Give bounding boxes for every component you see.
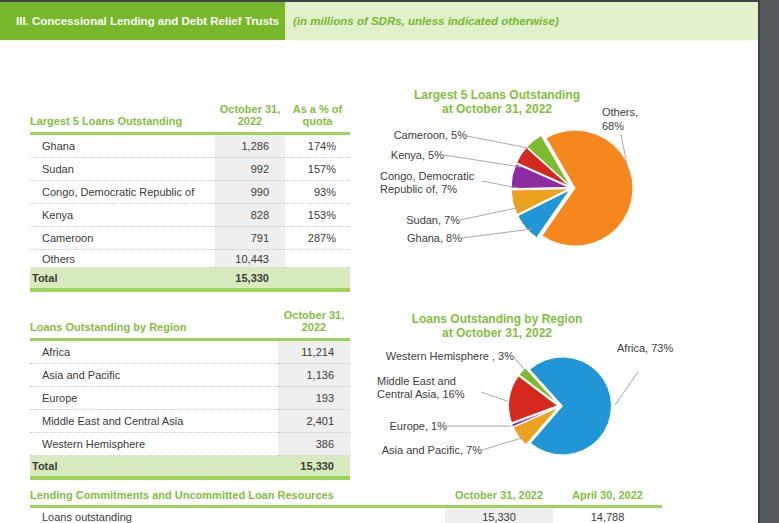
row-label: Africa — [30, 340, 278, 364]
largest-5-loans-pie-chart — [505, 121, 639, 255]
table-row: Asia and Pacific1,136 — [30, 364, 350, 387]
table-row: Europe193 — [30, 387, 350, 410]
row-value-oct: 15,330 — [445, 507, 553, 523]
pie-label-ghana: Ghana, 8% — [407, 232, 462, 245]
table-row: Others10,443 — [30, 250, 350, 268]
total-row: Total 15,330 — [30, 268, 350, 291]
row-value: 791 — [215, 227, 285, 250]
table-row: Western Hemisphere386 — [30, 433, 350, 456]
table-row: Cameroon791287% — [30, 227, 350, 250]
total-label: Total — [30, 268, 215, 291]
row-label: Western Hemisphere — [30, 433, 278, 456]
row-label: Others — [30, 250, 215, 268]
row-value: 1,286 — [215, 134, 285, 158]
column-header-quota: As a % of quota — [285, 88, 350, 134]
row-label: Cameroon — [30, 227, 215, 250]
row-label: Kenya — [30, 204, 215, 227]
pie-label-sudan: Sudan, 7% — [406, 214, 460, 227]
table-row: Congo, Democratic Republic of99093% — [30, 181, 350, 204]
table-row: Loans outstanding15,33014,788 — [30, 507, 662, 523]
row-value: 10,443 — [215, 250, 285, 268]
section-subtitle: (in millions of SDRs, unless indicated o… — [293, 15, 559, 27]
pie-label-western-hemisphere: Western Hemisphere , 3% — [386, 350, 514, 363]
report-page: III. Concessional Lending and Debt Relie… — [0, 0, 779, 523]
row-value: 2,401 — [278, 410, 350, 433]
table-title: Lending Commitments and Uncommitted Loan… — [30, 481, 445, 507]
pie-label-africa: Africa, 73% — [617, 341, 675, 355]
pie-label-asia-pacific: Asia and Pacific, 7% — [382, 444, 482, 457]
total-value: 15,330 — [215, 268, 285, 291]
section-title: III. Concessional Lending and Debt Relie… — [16, 15, 279, 27]
table-header-row: Loans Outstanding by Region October 31, … — [30, 303, 350, 340]
table-header-row: Largest 5 Loans Outstanding October 31, … — [30, 88, 350, 134]
row-value: 386 — [278, 433, 350, 456]
table-row: Sudan992157% — [30, 158, 350, 181]
section-subtitle-bar: (in millions of SDRs, unless indicated o… — [285, 2, 758, 40]
chart1-title: Largest 5 Loans Outstanding at October 3… — [372, 88, 622, 116]
column-header-date: October 31, 2022 — [278, 303, 350, 340]
pie-label-congo: Congo, Democratic Republic of, 7% — [380, 170, 488, 196]
row-value: 11,214 — [278, 340, 350, 364]
row-quota: 157% — [285, 158, 350, 181]
row-label: Congo, Democratic Republic of — [30, 181, 215, 204]
pie-label-others: Others, 68% — [602, 105, 660, 133]
largest-5-loans-table: Largest 5 Loans Outstanding October 31, … — [30, 88, 350, 292]
row-value: 992 — [215, 158, 285, 181]
row-quota: 174% — [285, 134, 350, 158]
row-label: Asia and Pacific — [30, 364, 278, 387]
table-title: Largest 5 Loans Outstanding — [30, 88, 215, 134]
section-title-bar: III. Concessional Lending and Debt Relie… — [0, 2, 285, 40]
loans-by-region-table: Loans Outstanding by Region October 31, … — [30, 303, 350, 480]
lending-commitments-table: Lending Commitments and Uncommitted Loan… — [30, 481, 662, 523]
pie-label-middle-east: Middle East and Central Asia, 16% — [377, 375, 482, 401]
row-quota — [285, 250, 350, 268]
viewer-dark-edge — [758, 0, 779, 523]
total-value: 15,330 — [278, 456, 350, 479]
row-label: Sudan — [30, 158, 215, 181]
table-row: Ghana1,286174% — [30, 134, 350, 158]
table-header-row: Lending Commitments and Uncommitted Loan… — [30, 481, 662, 507]
row-quota: 153% — [285, 204, 350, 227]
row-value: 193 — [278, 387, 350, 410]
row-label: Ghana — [30, 134, 215, 158]
pie-label-kenya: Kenya, 5% — [391, 149, 444, 162]
table-title: Loans Outstanding by Region — [30, 303, 278, 340]
table-row: Kenya828153% — [30, 204, 350, 227]
row-label: Middle East and Central Asia — [30, 410, 278, 433]
total-label: Total — [30, 456, 278, 479]
row-value: 990 — [215, 181, 285, 204]
row-quota: 93% — [285, 181, 350, 204]
row-value-apr: 14,788 — [553, 507, 662, 523]
column-header-oct: October 31, 2022 — [445, 481, 553, 507]
row-value: 1,136 — [278, 364, 350, 387]
loans-by-region-pie-chart — [502, 348, 620, 466]
table-row: Middle East and Central Asia2,401 — [30, 410, 350, 433]
pie-label-europe: Europe, 1% — [390, 420, 447, 433]
row-label: Loans outstanding — [30, 507, 445, 523]
row-quota: 287% — [285, 227, 350, 250]
total-row: Total 15,330 — [30, 456, 350, 479]
table-row: Africa11,214 — [30, 340, 350, 364]
chart2-title: Loans Outstanding by Region at October 3… — [372, 312, 622, 340]
row-value: 828 — [215, 204, 285, 227]
column-header-date: October 31, 2022 — [215, 88, 285, 134]
row-label: Europe — [30, 387, 278, 410]
column-header-apr: April 30, 2022 — [553, 481, 662, 507]
pie-label-cameroon: Cameroon, 5% — [394, 129, 467, 142]
